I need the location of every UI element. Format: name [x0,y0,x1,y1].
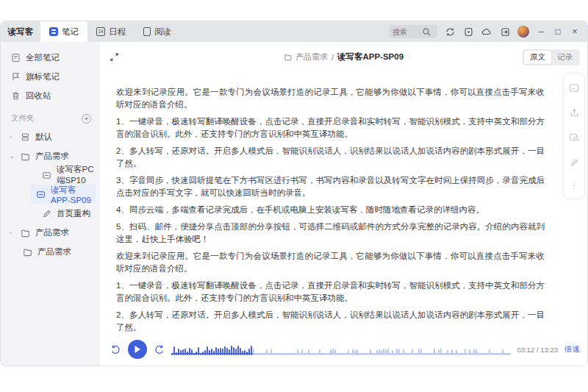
chevron-down-icon: ⌄ [10,153,15,160]
default-folder-label: 默认 [35,132,52,143]
note-card-icon [36,190,46,199]
waveform-seekbar[interactable] [171,343,511,355]
collection-icon [21,132,30,142]
toggle-original-button[interactable]: 原文 [524,51,551,64]
more-icon[interactable]: ⋮ [570,182,578,189]
folder3-label: 产品需求 [37,246,71,257]
trash-label: 回收站 [26,90,51,101]
all-notes-label: 全部笔记 [26,52,60,63]
note-app-label: 读写客APP-SP09 [51,185,96,204]
app-name: 读写客 [1,26,40,38]
calendar-icon: 14 [96,27,105,36]
waveform-baseline [171,353,511,354]
note-home-label: 首页重构 [57,208,90,219]
note-body: 欢迎来到记录应用。它是一款专门为会议场景打造的记录工具，它能够为你做以下事情，你… [100,71,587,334]
sidebar-item-trash[interactable]: 回收站 [1,86,100,105]
folders-section-header: 文件夹 + [1,110,100,127]
note-icon [11,53,21,63]
minimize-button[interactable]: – [536,26,546,37]
titlebar-actions: – □ × [389,25,587,38]
paragraph: 1、一键录音，极速转写翻译唤醒设备，点击记录，直接开启录音和实时转写，智能识别模… [116,279,545,304]
search-icon [422,27,431,36]
breadcrumb-folder[interactable]: 产品需求 [295,51,328,63]
audio-player: 03:12 / 13:23 倍速 [110,339,580,360]
chevron-right-icon: › [10,229,15,236]
total-time: 13:23 [540,346,558,354]
play-button[interactable] [128,340,147,359]
main-panel: 产品需求 / 读写客APP-SP09 原文 记录 ⋮ 欢迎来到记录应用。它 [100,42,587,366]
add-folder-icon[interactable]: + [82,114,91,124]
folder2-label: 产品需求 [35,227,69,238]
tab-schedule-label: 日程 [109,26,126,38]
rewind-icon[interactable] [110,344,121,355]
search-input[interactable] [392,28,419,36]
maximize-button[interactable]: □ [553,26,563,37]
breadcrumb: 产品需求 / 读写客APP-SP09 [284,51,404,63]
sidebar-item-flagged-notes[interactable]: 旗标笔记 [1,67,100,86]
playback-speed-button[interactable]: 倍速 [564,344,580,354]
toggle-record-button[interactable]: 记录 [551,51,578,64]
card-icon[interactable] [569,83,579,93]
play-icon [134,345,141,354]
forward-icon[interactable] [154,344,165,355]
book-icon [143,27,151,36]
expand-icon[interactable] [110,51,119,65]
folder1-label: 产品需求 [35,151,69,162]
flag-icon [11,72,21,82]
note-card-icon [42,171,51,180]
edit-icon[interactable] [570,157,579,167]
chevron-right-icon: › [10,134,15,140]
folder-icon [284,53,292,61]
view-toggle: 原文 记录 [523,49,580,65]
app-window: 读写客 笔记 14 日程 阅读 [0,21,588,366]
trash-icon [11,91,21,101]
sidebar-folder-product-2[interactable]: › 产品需求 [1,223,100,242]
paragraph: 2、多人转写，还原对话。开启多人模式后，智能识别说话人，识别结果以说话人加说话内… [116,145,545,170]
sidebar-folder-product-3[interactable]: 产品需求 [1,242,100,261]
folder-icon [23,247,32,257]
sidebar-item-all-notes[interactable]: 全部笔记 [1,48,100,67]
paragraph: 4、同步云端，多端查看记录完成后，在手机或电脑上安装读写客，随时随地查看记录的详… [116,204,545,216]
tab-schedule[interactable]: 14 日程 [87,21,135,42]
device-record-icon[interactable] [462,26,474,38]
current-time: 03:12 [517,346,535,354]
export-icon[interactable] [499,26,511,38]
paragraph: 3、字音同步，快速回听提笔在下方书写区进行书写，书写内容和录音以及转写文字在时间… [116,174,545,199]
sidebar-folder-default[interactable]: › 默认 [1,127,100,146]
notes-icon [49,27,58,36]
tab-notes-label: 笔记 [62,26,79,38]
note-side-toolbar: ⋮ [563,73,585,199]
note-pc-label: 读写客PC端SP10 [57,164,100,186]
paragraph: 欢迎来到记录应用。它是一款专门为会议场景打造的记录工具，它能够为你做以下事情，你… [116,86,545,111]
tab-notes[interactable]: 笔记 [40,21,87,42]
folders-label: 文件夹 [11,113,35,124]
sidebar-folder-product-1[interactable]: ⌄ 产品需求 [1,146,100,165]
sidebar: 全部笔记 旗标笔记 回收站 文件夹 + › [1,42,100,366]
cloud-icon[interactable] [481,26,492,38]
paragraph: 5、扫码、邮件，便捷分享点击顶部的分享按钮，可选择二维码或邮件的方式分享完整的记… [116,221,545,246]
flagged-notes-label: 旗标笔记 [26,71,60,82]
titlebar: 读写客 笔记 14 日程 阅读 [1,21,587,42]
sidebar-note-app-selected[interactable]: 读写客APP-SP09 [30,185,96,204]
sidebar-note-pc[interactable]: 读写客PC端SP10 [1,165,100,185]
search-doc-icon[interactable] [569,132,579,142]
sidebar-note-home[interactable]: 首页重构 [1,204,100,223]
folder-icon [21,228,30,238]
folder-icon [21,152,30,161]
tab-reading[interactable]: 阅读 [135,21,180,42]
close-button[interactable]: × [570,26,580,37]
paragraph: 欢迎来到记录应用。它是一款专门为会议场景打造的记录工具，它能够为你做以下事情，你… [116,250,545,275]
note-title: 读写客APP-SP09 [337,51,404,63]
paragraph: 2、多人转写，还原对话。开启多人模式后，智能识别说话人，识别结果以说话人加说话内… [116,309,545,334]
note-header: 产品需求 / 读写客APP-SP09 原文 记录 [100,42,587,71]
paragraph: 1、一键录音，极速转写翻译唤醒设备，点击记录，直接开启录音和实时转写，智能识别模… [116,115,545,140]
breadcrumb-separator: / [331,53,334,62]
search-box[interactable] [389,25,437,38]
time-separator: / [537,346,539,354]
share-icon[interactable] [570,108,579,118]
time-display: 03:12 / 13:23 [517,346,558,354]
user-avatar[interactable] [517,26,529,38]
sync-icon[interactable] [444,26,456,38]
tab-reading-label: 阅读 [154,26,171,38]
pencil-icon [42,209,51,218]
